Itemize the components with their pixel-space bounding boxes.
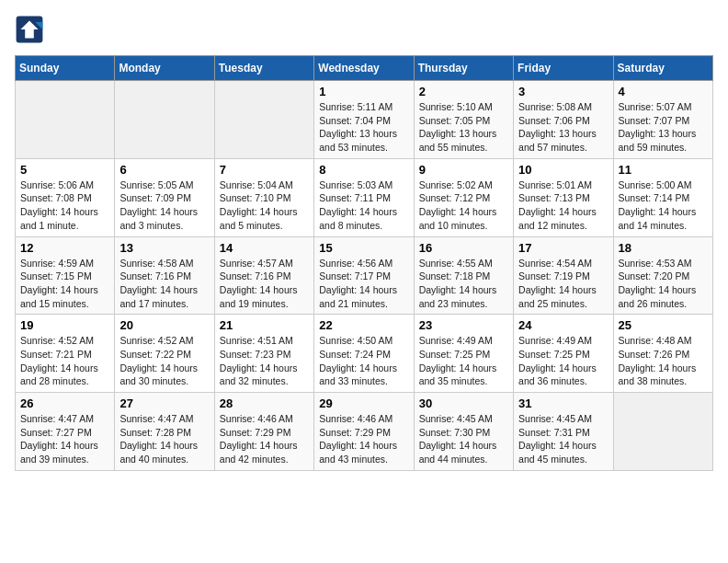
calendar-cell: 9Sunrise: 5:02 AMSunset: 7:12 PMDaylight… (414, 158, 513, 236)
day-info: Sunrise: 4:55 AMSunset: 7:18 PMDaylight:… (419, 257, 508, 311)
calendar-cell (214, 81, 313, 159)
day-info: Sunrise: 4:46 AMSunset: 7:29 PMDaylight:… (319, 412, 408, 466)
weekday-header: Monday (115, 56, 214, 81)
calendar-cell: 31Sunrise: 4:45 AMSunset: 7:31 PMDayligh… (514, 393, 613, 471)
calendar-cell: 12Sunrise: 4:59 AMSunset: 7:15 PMDayligh… (16, 236, 115, 315)
calendar-cell: 3Sunrise: 5:08 AMSunset: 7:06 PMDaylight… (514, 81, 613, 159)
day-number: 19 (20, 318, 109, 332)
calendar-cell (613, 393, 712, 471)
day-number: 10 (518, 163, 608, 177)
calendar-week-row: 12Sunrise: 4:59 AMSunset: 7:15 PMDayligh… (16, 236, 713, 315)
day-number: 20 (119, 318, 209, 332)
calendar-week-row: 19Sunrise: 4:52 AMSunset: 7:21 PMDayligh… (16, 315, 713, 393)
calendar-cell: 2Sunrise: 5:10 AMSunset: 7:05 PMDaylight… (414, 81, 513, 159)
day-number: 15 (319, 241, 408, 255)
day-number: 17 (518, 241, 608, 255)
day-number: 23 (419, 318, 508, 332)
day-info: Sunrise: 5:10 AMSunset: 7:05 PMDaylight:… (419, 100, 508, 155)
calendar-week-row: 26Sunrise: 4:47 AMSunset: 7:27 PMDayligh… (16, 393, 713, 471)
day-info: Sunrise: 4:59 AMSunset: 7:15 PMDaylight:… (20, 257, 109, 311)
calendar-cell: 18Sunrise: 4:53 AMSunset: 7:20 PMDayligh… (613, 236, 712, 315)
day-number: 3 (518, 85, 608, 98)
day-info: Sunrise: 5:07 AMSunset: 7:07 PMDaylight:… (619, 100, 708, 155)
calendar-cell: 10Sunrise: 5:01 AMSunset: 7:13 PMDayligh… (514, 158, 613, 236)
calendar-cell: 24Sunrise: 4:49 AMSunset: 7:25 PMDayligh… (514, 315, 613, 393)
calendar-cell: 5Sunrise: 5:06 AMSunset: 7:08 PMDaylight… (16, 158, 115, 236)
calendar-cell (115, 81, 214, 159)
day-number: 26 (20, 396, 109, 410)
day-info: Sunrise: 5:02 AMSunset: 7:12 PMDaylight:… (419, 178, 508, 233)
day-info: Sunrise: 4:56 AMSunset: 7:17 PMDaylight:… (319, 257, 408, 311)
day-info: Sunrise: 4:52 AMSunset: 7:21 PMDaylight:… (20, 334, 109, 388)
calendar-cell: 13Sunrise: 4:58 AMSunset: 7:16 PMDayligh… (115, 236, 214, 315)
calendar-cell: 14Sunrise: 4:57 AMSunset: 7:16 PMDayligh… (214, 236, 313, 315)
calendar-week-row: 1Sunrise: 5:11 AMSunset: 7:04 PMDaylight… (16, 81, 713, 159)
day-number: 27 (119, 396, 209, 410)
day-number: 12 (20, 241, 109, 255)
day-number: 21 (220, 318, 309, 332)
day-number: 11 (619, 163, 708, 177)
day-info: Sunrise: 4:57 AMSunset: 7:16 PMDaylight:… (220, 257, 309, 311)
calendar-cell: 17Sunrise: 4:54 AMSunset: 7:19 PMDayligh… (514, 236, 613, 315)
day-info: Sunrise: 5:08 AMSunset: 7:06 PMDaylight:… (518, 100, 608, 155)
day-number: 6 (119, 163, 209, 177)
calendar-week-row: 5Sunrise: 5:06 AMSunset: 7:08 PMDaylight… (16, 158, 713, 236)
day-number: 5 (20, 163, 109, 177)
day-info: Sunrise: 4:48 AMSunset: 7:26 PMDaylight:… (619, 334, 708, 388)
day-number: 7 (220, 163, 309, 177)
day-number: 22 (319, 318, 408, 332)
day-number: 28 (220, 396, 309, 410)
day-info: Sunrise: 4:47 AMSunset: 7:27 PMDaylight:… (20, 412, 109, 466)
day-number: 25 (619, 318, 708, 332)
calendar-cell: 30Sunrise: 4:45 AMSunset: 7:30 PMDayligh… (414, 393, 513, 471)
calendar-table: SundayMondayTuesdayWednesdayThursdayFrid… (15, 55, 713, 471)
calendar-cell: 29Sunrise: 4:46 AMSunset: 7:29 PMDayligh… (314, 393, 414, 471)
day-number: 14 (220, 241, 309, 255)
weekday-header: Wednesday (314, 56, 414, 81)
day-info: Sunrise: 4:49 AMSunset: 7:25 PMDaylight:… (419, 334, 508, 388)
calendar-cell: 16Sunrise: 4:55 AMSunset: 7:18 PMDayligh… (414, 236, 513, 315)
calendar-cell: 7Sunrise: 5:04 AMSunset: 7:10 PMDaylight… (214, 158, 313, 236)
day-info: Sunrise: 4:49 AMSunset: 7:25 PMDaylight:… (518, 334, 608, 388)
logo-icon (15, 15, 44, 44)
calendar-cell: 28Sunrise: 4:46 AMSunset: 7:29 PMDayligh… (214, 393, 313, 471)
calendar-cell: 8Sunrise: 5:03 AMSunset: 7:11 PMDaylight… (314, 158, 414, 236)
day-info: Sunrise: 5:06 AMSunset: 7:08 PMDaylight:… (20, 178, 109, 233)
day-info: Sunrise: 4:54 AMSunset: 7:19 PMDaylight:… (518, 257, 608, 311)
day-number: 8 (319, 163, 408, 177)
day-number: 4 (619, 85, 708, 98)
logo (15, 15, 48, 44)
weekday-header: Sunday (16, 56, 115, 81)
day-info: Sunrise: 4:47 AMSunset: 7:28 PMDaylight:… (119, 412, 209, 466)
calendar-cell: 4Sunrise: 5:07 AMSunset: 7:07 PMDaylight… (613, 81, 712, 159)
calendar-cell: 25Sunrise: 4:48 AMSunset: 7:26 PMDayligh… (613, 315, 712, 393)
calendar-cell: 1Sunrise: 5:11 AMSunset: 7:04 PMDaylight… (314, 81, 414, 159)
day-number: 1 (319, 85, 408, 98)
weekday-header: Saturday (613, 56, 712, 81)
day-info: Sunrise: 4:51 AMSunset: 7:23 PMDaylight:… (220, 334, 309, 388)
day-number: 29 (319, 396, 408, 410)
day-info: Sunrise: 4:45 AMSunset: 7:31 PMDaylight:… (518, 412, 608, 466)
day-number: 30 (419, 396, 508, 410)
day-info: Sunrise: 4:58 AMSunset: 7:16 PMDaylight:… (119, 257, 209, 311)
calendar-cell: 20Sunrise: 4:52 AMSunset: 7:22 PMDayligh… (115, 315, 214, 393)
calendar-cell: 21Sunrise: 4:51 AMSunset: 7:23 PMDayligh… (214, 315, 313, 393)
day-info: Sunrise: 5:03 AMSunset: 7:11 PMDaylight:… (319, 178, 408, 233)
day-info: Sunrise: 4:45 AMSunset: 7:30 PMDaylight:… (419, 412, 508, 466)
calendar-cell: 23Sunrise: 4:49 AMSunset: 7:25 PMDayligh… (414, 315, 513, 393)
calendar-cell: 6Sunrise: 5:05 AMSunset: 7:09 PMDaylight… (115, 158, 214, 236)
day-info: Sunrise: 4:50 AMSunset: 7:24 PMDaylight:… (319, 334, 408, 388)
day-info: Sunrise: 5:05 AMSunset: 7:09 PMDaylight:… (119, 178, 209, 233)
calendar-cell: 11Sunrise: 5:00 AMSunset: 7:14 PMDayligh… (613, 158, 712, 236)
day-number: 24 (518, 318, 608, 332)
calendar-cell (16, 81, 115, 159)
weekday-header: Thursday (414, 56, 513, 81)
day-number: 31 (518, 396, 608, 410)
day-info: Sunrise: 4:53 AMSunset: 7:20 PMDaylight:… (619, 257, 708, 311)
page-header (15, 15, 713, 44)
calendar-cell: 22Sunrise: 4:50 AMSunset: 7:24 PMDayligh… (314, 315, 414, 393)
calendar-cell: 15Sunrise: 4:56 AMSunset: 7:17 PMDayligh… (314, 236, 414, 315)
day-info: Sunrise: 4:46 AMSunset: 7:29 PMDaylight:… (220, 412, 309, 466)
day-number: 13 (119, 241, 209, 255)
day-number: 9 (419, 163, 508, 177)
